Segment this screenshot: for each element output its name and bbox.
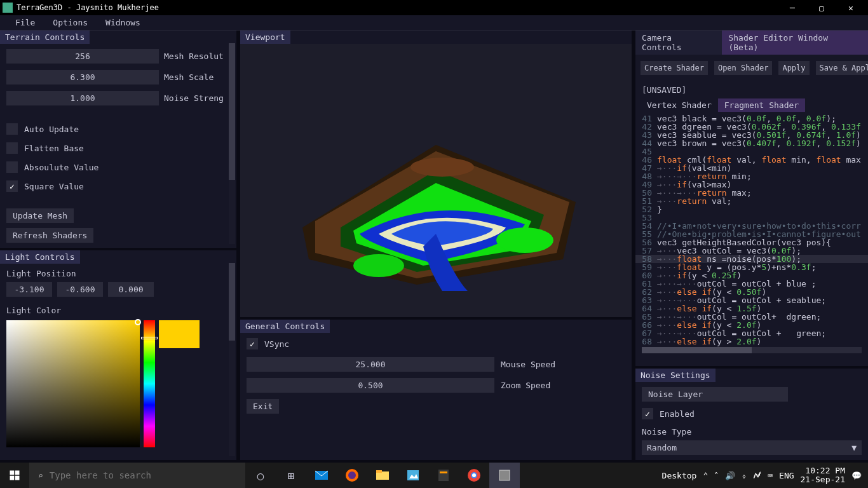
taskbar-search[interactable]: ⌕ xyxy=(29,463,245,488)
keyboard-icon[interactable]: ⌨ xyxy=(768,471,773,480)
vsync-label: VSync xyxy=(264,339,289,349)
svg-point-22 xyxy=(472,473,476,477)
save-apply-shader-button[interactable]: Save & Appl xyxy=(816,61,868,75)
noise-type-label: Noise Type xyxy=(642,427,862,437)
tab-shader-editor[interactable]: Shader Editor Window (Beta) xyxy=(722,30,868,55)
light-controls-panel: Light Controls Light Position Light Colo… xyxy=(0,250,236,460)
exit-button[interactable]: Exit xyxy=(247,399,279,414)
menu-file[interactable]: File xyxy=(6,17,44,29)
viewport-canvas[interactable] xyxy=(240,44,632,317)
minimize-button[interactable]: ─ xyxy=(778,0,807,15)
battery-icon[interactable]: 🗲 xyxy=(753,471,761,480)
cortana-icon[interactable]: ○ xyxy=(245,463,276,488)
tab-camera-controls[interactable]: Camera Controls xyxy=(635,30,722,55)
light-x-input[interactable] xyxy=(6,282,52,297)
volume-icon[interactable]: 🔊 xyxy=(725,471,735,480)
code-line[interactable]: 51→···return val; xyxy=(635,197,868,205)
chevron-down-icon: ▼ xyxy=(851,443,857,452)
menu-options[interactable]: Options xyxy=(44,17,97,29)
noise-settings-panel: Noise Settings Noise Layer Enabled Noise… xyxy=(635,369,868,460)
sublime-icon[interactable] xyxy=(428,463,459,488)
mail-icon[interactable] xyxy=(306,463,337,488)
terrain-scrollbar[interactable] xyxy=(229,43,235,244)
light-y-input[interactable] xyxy=(57,282,103,297)
general-title: General Controls xyxy=(240,320,330,333)
code-line[interactable]: 68→···else if(y > 2.0f) xyxy=(635,337,868,346)
mesh-resolution-input[interactable] xyxy=(6,49,159,64)
color-hue-slider[interactable] xyxy=(144,320,155,447)
svg-rect-23 xyxy=(499,470,510,480)
svg-point-6 xyxy=(410,158,474,177)
titlebar: TerraGen3D - Jaysmito Mukherjee ─ ▢ ✕ xyxy=(0,0,868,15)
menu-windows[interactable]: Widnows xyxy=(97,17,149,29)
tab-vertex-shader[interactable]: Vertex Shader xyxy=(641,98,718,112)
tray-chevron-icon[interactable]: ˄ xyxy=(714,471,719,480)
mouse-speed-label: Mouse Speed xyxy=(501,360,555,369)
taskview-icon[interactable]: ⊞ xyxy=(276,463,306,488)
light-scrollbar[interactable] xyxy=(229,263,235,456)
noise-strength-label: Noise Streng xyxy=(164,93,224,103)
code-line[interactable]: 52} xyxy=(635,205,868,214)
auto-update-label: Auto Update xyxy=(24,125,79,134)
noise-enabled-checkbox[interactable] xyxy=(642,408,653,419)
absolute-value-checkbox[interactable] xyxy=(6,161,18,173)
zoom-speed-input[interactable] xyxy=(247,378,494,393)
desktop-label[interactable]: Desktop xyxy=(662,471,697,480)
firefox-icon[interactable] xyxy=(337,463,367,488)
open-shader-button[interactable]: Open Shader xyxy=(714,61,772,75)
photos-icon[interactable] xyxy=(398,463,428,488)
app-icon xyxy=(3,3,13,13)
apply-shader-button[interactable]: Apply xyxy=(778,61,809,75)
shader-editor-panel: Create Shader Open Shader Apply Save & A… xyxy=(635,55,868,366)
svg-rect-16 xyxy=(407,470,419,480)
taskbar: ⌕ ○ ⊞ Desktop ⌃ ˄ 🔊 ⬨ 🗲 ⌨ ENG 10:22 PM 2… xyxy=(0,463,868,488)
window-title: TerraGen3D - Jaysmito Mukherjee xyxy=(17,3,778,12)
light-title: Light Controls xyxy=(0,250,80,264)
noise-enabled-label: Enabled xyxy=(660,409,695,419)
vsync-checkbox[interactable] xyxy=(247,338,258,349)
color-sv-picker[interactable] xyxy=(6,320,140,447)
auto-update-checkbox[interactable] xyxy=(6,123,18,135)
network-icon[interactable]: ⬨ xyxy=(742,471,747,480)
mesh-scale-label: Mesh Scale xyxy=(164,72,214,82)
search-icon: ⌕ xyxy=(38,471,43,480)
svg-rect-15 xyxy=(376,470,382,473)
svg-rect-9 xyxy=(10,476,15,480)
light-color-label: Light Color xyxy=(6,306,230,315)
noise-strength-input[interactable] xyxy=(6,91,159,105)
refresh-shaders-button[interactable]: Refresh Shaders xyxy=(6,228,93,243)
flatten-base-checkbox[interactable] xyxy=(6,142,18,154)
app-taskbar-icon[interactable] xyxy=(489,463,520,488)
code-line[interactable]: 44vec3 brown = vec3(0.407f, 0.192f, 0.15… xyxy=(635,139,868,147)
language-label[interactable]: ENG xyxy=(779,471,794,480)
square-value-checkbox[interactable] xyxy=(6,180,18,192)
svg-rect-8 xyxy=(15,471,20,475)
taskbar-search-input[interactable] xyxy=(50,470,236,480)
terrain-title: Terrain Controls xyxy=(0,30,90,44)
code-editor[interactable]: 41vec3 black = vec3(0.0f, 0.0f, 0.0f);42… xyxy=(635,112,868,347)
noise-type-dropdown[interactable]: Random ▼ xyxy=(642,440,862,455)
notifications-icon[interactable]: 💬 xyxy=(851,471,862,480)
mesh-scale-input[interactable] xyxy=(6,70,159,85)
svg-point-5 xyxy=(496,227,553,253)
light-z-input[interactable] xyxy=(108,282,154,297)
tray-overflow-icon[interactable]: ⌃ xyxy=(703,471,708,480)
viewport-title: Viewport xyxy=(240,30,290,44)
color-preview xyxy=(159,320,200,348)
absolute-value-label: Absoulute Value xyxy=(24,163,98,172)
chrome-icon[interactable] xyxy=(459,463,489,488)
noise-layer-button[interactable]: Noise Layer xyxy=(642,387,788,402)
menubar: File Options Widnows xyxy=(0,15,868,30)
maximize-button[interactable]: ▢ xyxy=(807,0,836,15)
mouse-speed-input[interactable] xyxy=(247,357,494,372)
explorer-icon[interactable] xyxy=(367,463,398,488)
clock[interactable]: 10:22 PM 21-Sep-21 xyxy=(801,466,845,484)
start-button[interactable] xyxy=(0,463,29,488)
create-shader-button[interactable]: Create Shader xyxy=(641,61,708,75)
clock-date: 21-Sep-21 xyxy=(801,475,845,484)
update-mesh-button[interactable]: Update Mesh xyxy=(6,208,74,223)
clock-time: 10:22 PM xyxy=(801,466,845,475)
tab-fragment-shader[interactable]: Fragment Shader xyxy=(718,98,805,112)
code-hscrollbar[interactable] xyxy=(642,347,862,353)
close-button[interactable]: ✕ xyxy=(836,0,865,15)
